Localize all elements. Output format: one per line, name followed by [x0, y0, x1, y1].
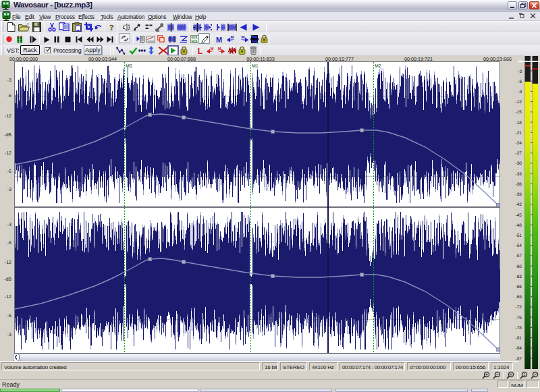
- svg-text:-60: -60: [516, 264, 522, 269]
- svg-text:-54: -54: [516, 244, 522, 248]
- svg-text:-81: -81: [516, 336, 522, 341]
- svg-text:M: M: [211, 47, 214, 51]
- svg-text:M: M: [216, 36, 222, 43]
- svg-text:L: L: [198, 47, 202, 55]
- svg-text:-24: -24: [516, 141, 522, 146]
- svg-text:-dB: -dB: [4, 132, 11, 138]
- svg-text:M1: M1: [252, 64, 259, 69]
- svg-text:-3: -3: [7, 188, 11, 192]
- svg-text:-6: -6: [7, 241, 11, 246]
- svg-text:M0: M0: [126, 64, 132, 69]
- svg-text:-12: -12: [5, 260, 11, 265]
- svg-text:-3: -3: [7, 78, 11, 83]
- svg-text:00:00:07:888: 00:00:07:888: [167, 56, 196, 62]
- svg-text:-45: -45: [516, 213, 522, 218]
- svg-text:-12: -12: [5, 295, 11, 300]
- svg-text:?: ?: [109, 23, 114, 32]
- svg-text:-6: -6: [7, 314, 11, 318]
- svg-text:-6: -6: [518, 80, 522, 84]
- svg-text:-12: -12: [516, 100, 522, 105]
- svg-text:-15: -15: [516, 110, 522, 115]
- svg-text:-63: -63: [516, 275, 522, 279]
- svg-text:-36: -36: [516, 182, 522, 187]
- svg-text:kick: kick: [192, 36, 198, 39]
- svg-text:M2: M2: [375, 64, 381, 69]
- svg-text:M: M: [218, 47, 221, 51]
- svg-text:kick: kick: [192, 40, 198, 43]
- svg-text:-6: -6: [7, 94, 11, 99]
- svg-text:00:00:11:833: 00:00:11:833: [246, 56, 274, 62]
- svg-text:-42: -42: [516, 202, 522, 207]
- svg-text:-72: -72: [516, 305, 522, 310]
- svg-text:-12: -12: [5, 114, 11, 119]
- svg-text:00:00:15:777: 00:00:15:777: [325, 56, 354, 62]
- svg-text:-3: -3: [7, 223, 11, 227]
- svg-text:-12: -12: [5, 151, 11, 156]
- svg-text:-33: -33: [516, 172, 522, 177]
- svg-text:-18: -18: [516, 121, 522, 125]
- svg-text:M: M: [231, 35, 234, 39]
- svg-text:-39: -39: [516, 192, 522, 197]
- svg-text:-9: -9: [518, 90, 522, 94]
- svg-text:-3: -3: [7, 333, 11, 337]
- svg-text:-69: -69: [516, 295, 522, 300]
- svg-text:-6: -6: [7, 169, 11, 174]
- svg-text:-dB: -dB: [4, 277, 11, 282]
- svg-text:-75: -75: [516, 316, 522, 320]
- svg-text:-48: -48: [516, 223, 522, 228]
- svg-text:-57: -57: [516, 254, 522, 258]
- svg-text:-3: -3: [518, 69, 522, 74]
- svg-text:00:00:19:721: 00:00:19:721: [404, 56, 433, 62]
- svg-text:-66: -66: [516, 285, 522, 289]
- svg-text:-30: -30: [516, 161, 522, 166]
- svg-text:-84: -84: [516, 346, 522, 351]
- svg-text:-27: -27: [516, 151, 522, 156]
- svg-text:-21: -21: [516, 131, 522, 136]
- svg-text:1: 1: [524, 372, 526, 376]
- svg-text:00:00:00:000: 00:00:00:000: [9, 56, 38, 62]
- svg-text:-51: -51: [516, 233, 522, 238]
- svg-text:00:00:03:944: 00:00:03:944: [88, 56, 117, 62]
- svg-text:-78: -78: [516, 326, 522, 331]
- svg-text:M: M: [242, 35, 245, 39]
